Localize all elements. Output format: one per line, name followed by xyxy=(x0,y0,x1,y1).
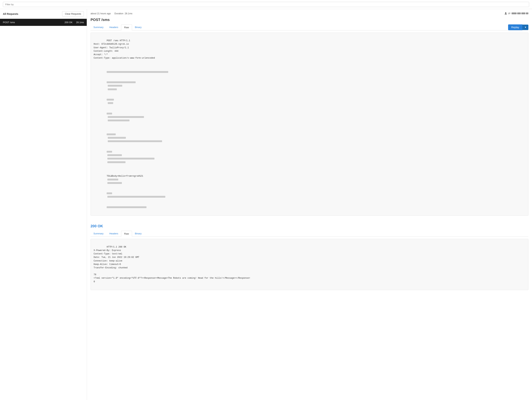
tab-response-headers[interactable]: Headers xyxy=(107,231,121,237)
redacted-line-9 xyxy=(108,120,129,121)
request-section-title: POST /sms xyxy=(90,18,528,22)
ip-block-4 xyxy=(526,12,528,14)
request-status: 200 OK xyxy=(64,21,72,24)
redacted-line-2 xyxy=(107,81,136,83)
request-item[interactable]: POST /sms 200 OK 28.1ms xyxy=(0,19,87,26)
meta-duration: Duration 28.1ms xyxy=(114,12,132,15)
ip-blurred xyxy=(512,12,528,14)
redacted-line-3 xyxy=(108,85,122,87)
meta-time: about 21 hours ago xyxy=(90,12,111,15)
request-duration: 28.1ms xyxy=(76,21,84,24)
clear-requests-button[interactable]: Clear Requests xyxy=(62,11,84,16)
redacted-line-7 xyxy=(107,113,112,114)
redacted-line-13 xyxy=(107,151,112,153)
redacted-line-14 xyxy=(107,154,122,156)
response-raw-content: HTTP/1.1 200 OK X-Powered-By: Express Co… xyxy=(90,239,528,290)
request-tabs-row: Summary Headers Raw Binary Replay ▼ xyxy=(90,25,528,30)
filter-bar xyxy=(0,0,532,9)
tab-request-raw[interactable]: Raw xyxy=(121,25,132,30)
redacted-line-5 xyxy=(107,99,114,101)
redacted-line-18 xyxy=(107,182,122,184)
request-raw-text: POST /sms HTTP/1.1 Host: 872cdb6d6120.ng… xyxy=(94,39,155,59)
redacted-line-11 xyxy=(108,137,126,139)
redacted-line-8 xyxy=(108,116,144,118)
ip-block-3 xyxy=(521,12,525,14)
ip-block-1 xyxy=(512,12,517,14)
redacted-line-21 xyxy=(107,206,146,208)
replay-btn-group: Replay ▼ xyxy=(508,25,528,30)
redacted-line-16 xyxy=(107,161,126,163)
tab-response-summary[interactable]: Summary xyxy=(90,231,107,237)
redacted-line-12 xyxy=(108,140,162,142)
ip-label: IP xyxy=(508,12,510,15)
main-area: All Requests Clear Requests POST /sms 20… xyxy=(0,9,532,400)
tab-request-summary[interactable]: Summary xyxy=(90,25,107,30)
tab-request-headers[interactable]: Headers xyxy=(107,25,121,30)
duration-value: 28.1ms xyxy=(125,12,132,15)
redacted-line-1 xyxy=(107,71,168,73)
redacted-line-10 xyxy=(107,134,116,135)
tol-body-line: TOL&Body=Hello+from+ngrok%21 xyxy=(107,175,143,177)
response-section-title: 200 OK xyxy=(90,224,528,228)
redacted-line-20 xyxy=(107,196,165,198)
redacted-line-15 xyxy=(107,158,154,160)
request-section: POST /sms Summary Headers Raw Binary Rep… xyxy=(90,18,528,216)
redacted-line-4 xyxy=(108,88,117,90)
ip-block-2 xyxy=(517,12,521,14)
redacted-line-19 xyxy=(107,192,112,194)
tab-response-binary[interactable]: Binary xyxy=(132,231,145,237)
tab-response-raw[interactable]: Raw xyxy=(121,231,132,237)
filter-input[interactable] xyxy=(3,2,529,7)
request-raw-content: POST /sms HTTP/1.1 Host: 872cdb6d6120.ng… xyxy=(90,32,528,216)
replay-button[interactable]: Replay xyxy=(508,25,523,30)
redacted-line-6 xyxy=(108,102,113,104)
meta-ip: IP xyxy=(504,12,528,15)
right-panel: about 21 hours ago Duration 28.1ms IP xyxy=(87,9,532,400)
user-icon xyxy=(504,12,507,15)
duration-label: Duration xyxy=(114,12,123,15)
request-meta: about 21 hours ago Duration 28.1ms IP xyxy=(90,12,528,15)
tab-request-binary[interactable]: Binary xyxy=(132,25,145,30)
left-panel: All Requests Clear Requests POST /sms 20… xyxy=(0,9,87,400)
redacted-line-17 xyxy=(107,179,118,180)
response-raw-text: HTTP/1.1 200 OK X-Powered-By: Express Co… xyxy=(94,246,250,283)
request-method: POST /sms xyxy=(3,21,64,24)
panel-title: All Requests xyxy=(3,12,18,15)
section-divider xyxy=(90,219,528,224)
response-section: 200 OK Summary Headers Raw Binary HTTP/1… xyxy=(90,224,528,290)
replay-dropdown-arrow[interactable]: ▼ xyxy=(522,25,528,30)
app-container: All Requests Clear Requests POST /sms 20… xyxy=(0,0,532,400)
panel-header: All Requests Clear Requests xyxy=(0,9,87,19)
response-tabs-row: Summary Headers Raw Binary xyxy=(90,231,528,237)
